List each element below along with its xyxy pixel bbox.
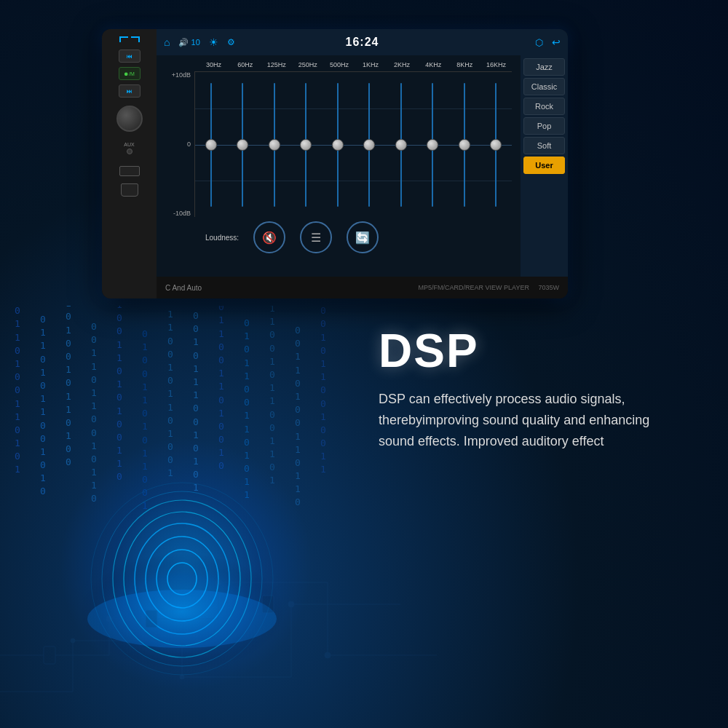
back-icon[interactable]: ↩ (552, 36, 561, 48)
handle-8[interactable] (427, 139, 438, 151)
svg-point-28 (180, 675, 184, 679)
dsp-title: DSP (379, 328, 684, 374)
next-button[interactable]: ⏭ (119, 84, 141, 98)
stereo-left-panel: ⏮ ⏺/M ⏭ AUX (102, 29, 157, 298)
eq-slider-9[interactable] (448, 72, 480, 217)
handle-6[interactable] (363, 139, 375, 151)
brand-logo: C And Auto (165, 284, 202, 292)
freq-500hz: 500Hz (328, 61, 350, 68)
handle-7[interactable] (395, 139, 407, 151)
track-9 (464, 83, 465, 207)
eq-slider-4[interactable] (290, 72, 323, 217)
freq-16khz: 16KHz (485, 61, 507, 68)
handle-5[interactable] (332, 139, 344, 151)
loudness-label: Loudness: (205, 234, 239, 242)
track-8 (432, 83, 433, 207)
db-minus10: -10dB (165, 210, 191, 217)
eq-slider-7[interactable] (385, 72, 417, 217)
aux-label: AUX (124, 142, 134, 147)
repeat-button[interactable]: 🔄 (347, 221, 379, 253)
settings-icon[interactable]: ⚙ (227, 37, 235, 47)
track-7 (400, 83, 402, 207)
svg-point-29 (288, 601, 294, 607)
svg-point-26 (325, 652, 331, 658)
db-zero: 0 (165, 141, 191, 148)
svg-point-27 (71, 638, 75, 643)
preset-jazz[interactable]: Jazz (523, 58, 565, 76)
svg-rect-32 (262, 596, 274, 613)
source-button[interactable]: ⏺/M (119, 67, 141, 80)
handle-3[interactable] (269, 139, 280, 151)
svg-point-25 (215, 579, 221, 585)
eq-slider-10[interactable] (480, 72, 513, 217)
preset-pop[interactable]: Pop (523, 117, 565, 135)
stereo-unit: ⏮ ⏺/M ⏭ AUX ⌂ 🔊 10 ☀ ⚙ 16:24 ⬡ (102, 29, 568, 298)
eq-slider-1[interactable] (195, 72, 227, 217)
handle-1[interactable] (205, 139, 217, 151)
home-icon[interactable]: ⌂ (164, 36, 170, 48)
volume-icon: 🔊 10 (178, 38, 199, 47)
sd-section (121, 183, 138, 197)
freq-1khz: 1KHz (360, 61, 381, 68)
freq-250hz: 250Hz (297, 61, 319, 68)
handle-4[interactable] (300, 139, 312, 151)
freq-8khz: 8KHz (454, 61, 475, 68)
db-plus10: +10dB (165, 71, 191, 79)
eq-presets: Jazz Classic Rock Pop Soft User (521, 55, 568, 277)
screen-topbar: ⌂ 🔊 10 ☀ ⚙ 16:24 ⬡ ↩ (157, 29, 568, 55)
source-icon: ⏺/M (124, 71, 135, 76)
repeat-icon: 🔄 (355, 231, 370, 245)
stereo-screen: ⌂ 🔊 10 ☀ ⚙ 16:24 ⬡ ↩ 30Hz 60Hz 125Hz 250… (157, 29, 568, 277)
eq-mode-button[interactable]: ☰ (300, 221, 332, 253)
dsp-description: DSP can effectively process audio signal… (379, 389, 684, 451)
freq-labels-row: 30Hz 60Hz 125Hz 250Hz 500Hz 1KHz 2KHz 4K… (165, 61, 512, 68)
track-6 (368, 83, 370, 207)
track-1 (210, 83, 212, 207)
next-icon: ⏭ (127, 88, 132, 95)
eq-bottom-controls: Loudness: 🔇 ☰ 🔄 (165, 217, 512, 258)
svg-rect-30 (44, 646, 55, 664)
aux-port (127, 149, 132, 154)
aux-section: AUX (124, 142, 134, 156)
usb-section (119, 163, 140, 176)
preset-classic[interactable]: Classic (523, 78, 565, 95)
preset-soft[interactable]: Soft (523, 137, 565, 154)
eq-slider-5[interactable] (322, 72, 354, 217)
track-2 (242, 83, 243, 207)
sd-slot (121, 183, 138, 197)
handle-9[interactable] (459, 139, 470, 151)
indicator-left (119, 36, 128, 42)
svg-point-24 (106, 616, 112, 622)
handle-10[interactable] (490, 139, 502, 151)
dsp-section: DSP DSP can effectively process audio si… (379, 328, 684, 451)
subtitle-text: MP5/FM/CARD/REAR VIEW PLAYER (419, 284, 529, 291)
brightness-icon[interactable]: ☀ (209, 36, 218, 48)
track-5 (337, 83, 339, 207)
preset-rock[interactable]: Rock (523, 98, 565, 115)
eq-slider-3[interactable] (258, 72, 290, 217)
mute-button[interactable]: 🔇 (253, 221, 285, 253)
track-10 (495, 83, 496, 207)
volume-value: 10 (191, 38, 200, 47)
freq-4khz: 4KHz (422, 61, 444, 68)
handle-2[interactable] (237, 139, 248, 151)
volume-knob[interactable] (116, 106, 143, 132)
freq-60hz: 60Hz (234, 61, 256, 68)
bluetooth-icon: ⬡ (535, 37, 543, 48)
indicator-right (131, 36, 140, 42)
usb-port (119, 166, 140, 176)
eq-area: 30Hz 60Hz 125Hz 250Hz 500Hz 1KHz 2KHz 4K… (157, 55, 568, 277)
eq-slider-8[interactable] (417, 72, 449, 217)
stereo-bottom-bar: C And Auto MP5/FM/CARD/REAR VIEW PLAYER … (157, 277, 568, 298)
mute-icon: 🔇 (262, 231, 277, 245)
eq-mode-icon: ☰ (311, 231, 321, 245)
eq-slider-6[interactable] (354, 72, 386, 217)
model-info: MP5/FM/CARD/REAR VIEW PLAYER 7035W (419, 284, 559, 291)
prev-icon: ⏮ (127, 53, 132, 60)
db-labels: +10dB 0 -10dB (165, 71, 194, 217)
freq-125hz: 125Hz (266, 61, 288, 68)
preset-user[interactable]: User (523, 157, 565, 174)
eq-slider-2[interactable] (227, 72, 259, 217)
prev-button[interactable]: ⏮ (119, 50, 141, 63)
eq-sliders-container (194, 71, 512, 217)
